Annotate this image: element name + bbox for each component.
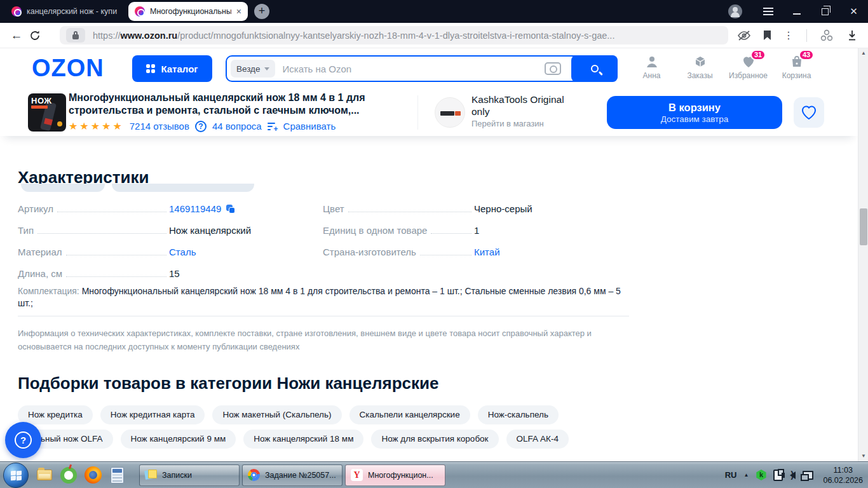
catalog-button[interactable]: Каталог: [132, 55, 212, 82]
new-tab-button[interactable]: +: [254, 4, 269, 19]
scroll-up-arrow[interactable]: ▲: [858, 48, 868, 58]
catalog-grid-icon: [146, 64, 155, 73]
page-scrollbar[interactable]: ▲ ▼: [858, 48, 868, 461]
seller-logo[interactable]: [435, 97, 465, 128]
ozon-favicon: [11, 6, 22, 17]
taskbar-button-notes[interactable]: Записки: [139, 464, 240, 486]
question-circle-icon: ?: [195, 121, 207, 132]
spec-value-material-link[interactable]: Сталь: [169, 247, 196, 257]
collection-chip[interactable]: Нож канцелярский 18 мм: [243, 430, 363, 449]
back-button[interactable]: ←: [4, 29, 29, 43]
product-thumbnail[interactable]: НОЖ: [28, 93, 66, 132]
explorer-icon[interactable]: [34, 464, 55, 486]
bookmark-icon[interactable]: [764, 30, 771, 40]
spec-value-country-link[interactable]: Китай: [474, 247, 500, 257]
taskbar-button-label: Записки: [162, 471, 192, 480]
scrollbar-thumb[interactable]: [860, 208, 867, 245]
window-close-button[interactable]: ✕: [839, 0, 868, 23]
scrolled-chip-remnant: [21, 184, 105, 192]
calculator-icon[interactable]: [106, 464, 128, 486]
collection-chip[interactable]: Нож-скальпель: [478, 405, 559, 424]
browser-tab-bar: канцелярский нож - купи Многофункциональ…: [0, 0, 868, 23]
add-to-cart-button[interactable]: В корзину Доставим завтра: [607, 96, 782, 129]
spec-value: 1: [474, 225, 479, 236]
kaspersky-icon[interactable]: k: [756, 470, 766, 480]
collection-chip[interactable]: OLFA АК-4: [506, 430, 569, 449]
tray-expand-icon[interactable]: ▲: [744, 472, 749, 478]
downloads-icon[interactable]: [846, 29, 858, 42]
nav-cart[interactable]: 43 Корзина: [777, 54, 816, 80]
browser-green-icon[interactable]: [58, 464, 79, 486]
address-bar[interactable]: https://www.ozon.ru/product/mnogofunktsi…: [60, 26, 728, 44]
bundle-text: Комплектация: Многофункциональный канцел…: [18, 285, 627, 309]
collection-chip[interactable]: Нож канцелярский 9 мм: [121, 430, 236, 449]
sticky-notes-icon: [145, 469, 157, 481]
catalog-label: Каталог: [161, 64, 198, 74]
collection-chip[interactable]: Скальпели канцелярские: [349, 405, 470, 424]
image-search-camera-icon[interactable]: [545, 62, 561, 75]
support-chat-button[interactable]: ?: [5, 422, 41, 458]
collection-chip[interactable]: Нож кредитная карта: [100, 405, 205, 424]
spec-value: Нож канцелярский: [169, 225, 251, 236]
network-icon[interactable]: [803, 471, 813, 480]
lock-icon[interactable]: [66, 28, 85, 43]
protect-mode-icon[interactable]: [737, 30, 751, 41]
window-minimize-button[interactable]: [782, 0, 811, 23]
scroll-down-arrow[interactable]: ▼: [858, 451, 868, 461]
tab-active[interactable]: Многофункциональны ×: [128, 2, 248, 21]
nav-profile[interactable]: Анна: [632, 54, 671, 80]
browser-profile-avatar[interactable]: [728, 4, 742, 18]
chevron-down-icon: [264, 67, 269, 71]
question-icon: ?: [15, 431, 32, 449]
window-restore-button[interactable]: [811, 0, 839, 23]
start-button[interactable]: [3, 463, 29, 488]
tab-title: Многофункциональны: [150, 7, 231, 16]
collection-chip[interactable]: Нож для вскрытия коробок: [371, 430, 498, 449]
firefox-icon[interactable]: [82, 464, 104, 486]
spec-label: Артикул: [18, 203, 53, 214]
thumb-text: НОЖ: [31, 96, 52, 105]
more-options-icon[interactable]: ⋮: [783, 29, 794, 41]
taskbar-button-yandex[interactable]: Y Многофункцион...: [345, 464, 445, 486]
collection-chip[interactable]: Нож макетный (Скальпель): [212, 405, 341, 424]
search-input[interactable]: [275, 64, 545, 74]
nav-favorites[interactable]: 31 Избранное: [729, 54, 768, 80]
spec-label: Тип: [18, 225, 34, 236]
spec-row: Материал Сталь: [18, 247, 305, 259]
yandex-browser-icon: Y: [351, 469, 363, 481]
spec-value-article[interactable]: 1469119449: [169, 203, 221, 214]
taskbar-button-task[interactable]: Задание №25057...: [242, 464, 342, 486]
spec-value: 15: [169, 268, 180, 279]
browser-menu-icon[interactable]: [754, 8, 782, 15]
compare-icon: [268, 122, 278, 131]
spec-label: Цвет: [323, 203, 344, 214]
spec-row: Тип Нож канцелярский: [18, 225, 305, 238]
spec-label: Страна-изготовитель: [323, 247, 416, 257]
compare-link[interactable]: Сравнивать: [283, 121, 336, 132]
cart-button-sublabel: Доставим завтра: [661, 114, 729, 124]
taskbar-clock[interactable]: 11:03 06.02.2026: [823, 465, 863, 485]
ozon-logo[interactable]: OZON: [32, 55, 104, 82]
favorite-button[interactable]: [794, 97, 824, 128]
specs-disclaimer: Информация о технических характеристиках…: [18, 327, 627, 353]
reviews-link[interactable]: 7214 отзывов: [130, 121, 189, 132]
nav-label: Избранное: [729, 71, 768, 80]
collections-icon[interactable]: [820, 29, 834, 42]
questions-link[interactable]: 44 вопроса: [212, 121, 262, 132]
search-scope-dropdown[interactable]: Везде: [231, 60, 275, 78]
cart-button-label: В корзину: [668, 102, 721, 114]
tab-close-icon[interactable]: ×: [236, 6, 241, 17]
refresh-button[interactable]: [29, 30, 55, 41]
seller-shop-link[interactable]: Перейти в магазин: [471, 119, 544, 128]
nav-orders[interactable]: Заказы: [681, 54, 719, 80]
copy-icon[interactable]: [226, 205, 235, 214]
language-indicator[interactable]: RU: [725, 470, 737, 480]
collections-chip-row: Нож кредитка Нож кредитная карта Нож мак…: [18, 405, 559, 424]
collection-chip[interactable]: Нож кредитка: [18, 405, 93, 424]
search-button[interactable]: [571, 55, 618, 82]
product-title[interactable]: Многофункциональный канцелярский нож 18 …: [69, 92, 380, 117]
tab-inactive[interactable]: канцелярский нож - купи: [5, 2, 126, 21]
seller-name[interactable]: KashkaTools Original only: [471, 93, 583, 118]
volume-icon[interactable]: [790, 471, 796, 479]
user-icon: [644, 54, 660, 69]
